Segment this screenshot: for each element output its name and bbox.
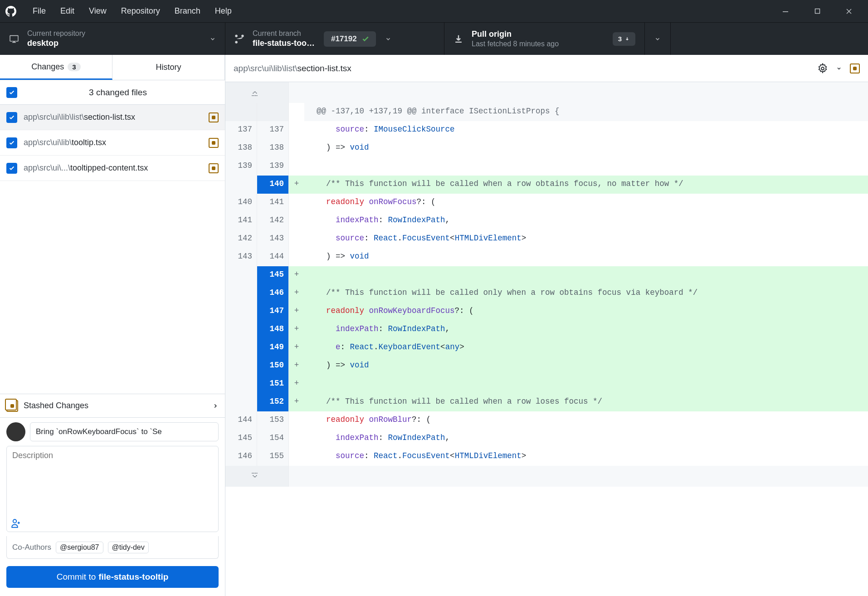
file-checkbox[interactable] <box>6 112 17 123</box>
check-icon <box>9 89 15 96</box>
stash-icon <box>6 400 18 412</box>
sidebar: Changes 3 History 3 changed files app\sr… <box>0 55 225 596</box>
person-add-icon <box>11 519 20 528</box>
pr-badge[interactable]: #17192 <box>324 31 376 47</box>
diff-line[interactable]: 145 154 indexPath: RowIndexPath, <box>225 430 868 448</box>
diff-line[interactable]: 151 + <box>225 375 868 393</box>
minimize-button[interactable] <box>772 0 799 22</box>
expand-down-icon <box>251 472 259 480</box>
pull-menu-button[interactable] <box>645 23 671 55</box>
sidebar-tabs: Changes 3 History <box>0 55 225 80</box>
check-icon <box>9 165 15 171</box>
chevron-right-icon <box>212 403 219 409</box>
diff-file-path: app\src\ui\lib\list\section-list.tsx <box>234 64 351 73</box>
tab-history[interactable]: History <box>112 55 225 80</box>
pull-origin-button[interactable]: Pull origin Last fetched 8 minutes ago 3 <box>444 23 645 55</box>
menu-edit[interactable]: Edit <box>53 3 82 20</box>
diff-line[interactable]: 140 + /** This function will be called w… <box>225 176 868 194</box>
check-icon <box>361 35 370 43</box>
add-coauthor-button[interactable] <box>7 515 218 532</box>
diff-header: app\src\ui\lib\list\section-list.tsx <box>225 55 868 82</box>
file-list: app\src\ui\lib\list\section-list.tsx app… <box>0 105 225 394</box>
modified-icon <box>209 163 219 173</box>
modified-icon <box>209 138 219 148</box>
titlebar: File Edit View Repository Branch Help <box>0 0 868 22</box>
chevron-down-icon <box>385 36 391 42</box>
repo-selector[interactable]: Current repository desktop <box>0 23 225 55</box>
file-row[interactable]: app\src\ui\lib\tooltip.tsx <box>0 130 225 156</box>
diff-line[interactable]: 138 138 ) => void <box>225 139 868 157</box>
coauthors-label: Co-Authors <box>12 543 51 552</box>
diff-line[interactable]: 142 143 source: React.FocusEvent<HTMLDiv… <box>225 230 868 248</box>
check-icon <box>9 140 15 146</box>
file-path: app\src\ui\lib\list\section-list.tsx <box>24 112 202 122</box>
diff-body[interactable]: @@ -137,10 +137,19 @@ interface ISection… <box>225 82 868 596</box>
diff-line[interactable]: 146 + /** This function will be called o… <box>225 284 868 303</box>
file-row[interactable]: app\src\ui\...\tooltipped-content.tsx <box>0 156 225 181</box>
diff-line[interactable]: 144 153 readonly onRowBlur?: ( <box>225 411 868 430</box>
diff-line[interactable]: 149 + e: React.KeyboardEvent<any> <box>225 339 868 357</box>
diff-line[interactable]: 145 + <box>225 266 868 284</box>
toolbar: Current repository desktop Current branc… <box>0 22 868 55</box>
svg-rect-1 <box>815 9 819 14</box>
changes-count-badge: 3 <box>68 63 80 71</box>
diff-line[interactable]: 152 + /** This function will be called w… <box>225 393 868 411</box>
download-icon <box>454 34 463 44</box>
changed-files-label: 3 changed files <box>17 88 219 98</box>
maximize-button[interactable] <box>804 0 831 22</box>
menu-branch[interactable]: Branch <box>167 3 208 20</box>
git-branch-icon <box>234 34 244 44</box>
pull-label: Pull origin <box>472 29 559 39</box>
check-icon <box>9 114 15 121</box>
diff-line[interactable]: 141 142 indexPath: RowIndexPath, <box>225 212 868 230</box>
chevron-down-icon <box>210 36 216 42</box>
arrow-down-icon <box>624 36 630 42</box>
branch-name: file-status-too… <box>253 39 315 48</box>
coauthor-pill[interactable]: @sergiou87 <box>56 542 103 553</box>
diff-line[interactable]: 139 139 <box>225 157 868 176</box>
diff-line[interactable]: 146 155 source: React.FocusEvent<HTMLDiv… <box>225 448 868 466</box>
file-checkbox[interactable] <box>6 163 17 174</box>
file-checkbox[interactable] <box>6 137 17 148</box>
pull-count-badge: 3 <box>613 32 635 46</box>
stash-label: Stashed Changes <box>24 401 207 410</box>
repo-label: Current repository <box>27 29 85 38</box>
gear-icon[interactable] <box>817 63 828 74</box>
tab-changes[interactable]: Changes 3 <box>0 55 112 80</box>
window-controls <box>772 0 863 22</box>
pr-number: #17192 <box>331 34 357 44</box>
menu-file[interactable]: File <box>25 3 53 20</box>
diff-line[interactable]: 137 137 source: IMouseClickSource <box>225 121 868 139</box>
commit-form: Co-Authors @sergiou87 @tidy-dev Commit t… <box>0 417 225 596</box>
select-all-checkbox[interactable] <box>6 87 17 98</box>
file-path: app\src\ui\...\tooltipped-content.tsx <box>24 163 202 173</box>
file-row[interactable]: app\src\ui\lib\list\section-list.tsx <box>0 105 225 130</box>
menu-help[interactable]: Help <box>208 3 239 20</box>
branch-selector[interactable]: Current branch file-status-too… #17192 <box>225 23 444 55</box>
diff-line[interactable]: 150 + ) => void <box>225 357 868 375</box>
expand-up-button[interactable] <box>225 82 868 103</box>
stashed-changes-row[interactable]: Stashed Changes <box>0 394 225 417</box>
modified-icon <box>850 64 860 73</box>
diff-line[interactable]: 143 144 ) => void <box>225 248 868 266</box>
commit-summary-input[interactable] <box>30 422 219 441</box>
menu-repository[interactable]: Repository <box>114 3 167 20</box>
commit-description-input[interactable] <box>7 446 218 515</box>
svg-rect-0 <box>783 11 788 12</box>
expand-up-icon <box>251 88 259 97</box>
branch-label: Current branch <box>253 29 315 38</box>
app-menu: File Edit View Repository Branch Help <box>25 3 239 20</box>
close-button[interactable] <box>835 0 863 22</box>
modified-icon <box>209 112 219 122</box>
commit-button[interactable]: Commit to file-status-tooltip <box>6 566 219 588</box>
file-path: app\src\ui\lib\tooltip.tsx <box>24 138 202 147</box>
menu-view[interactable]: View <box>82 3 114 20</box>
expand-down-button[interactable] <box>225 466 868 487</box>
diff-line[interactable]: 140 141 readonly onRowFocus?: ( <box>225 194 868 212</box>
diff-line[interactable]: 147 + readonly onRowKeyboardFocus?: ( <box>225 303 868 321</box>
coauthor-pill[interactable]: @tidy-dev <box>108 542 149 553</box>
repo-name: desktop <box>27 39 85 48</box>
diff-hunk-header: @@ -137,10 +137,19 @@ interface ISection… <box>225 103 868 121</box>
diff-line[interactable]: 148 + indexPath: RowIndexPath, <box>225 321 868 339</box>
chevron-down-icon[interactable] <box>836 66 842 71</box>
